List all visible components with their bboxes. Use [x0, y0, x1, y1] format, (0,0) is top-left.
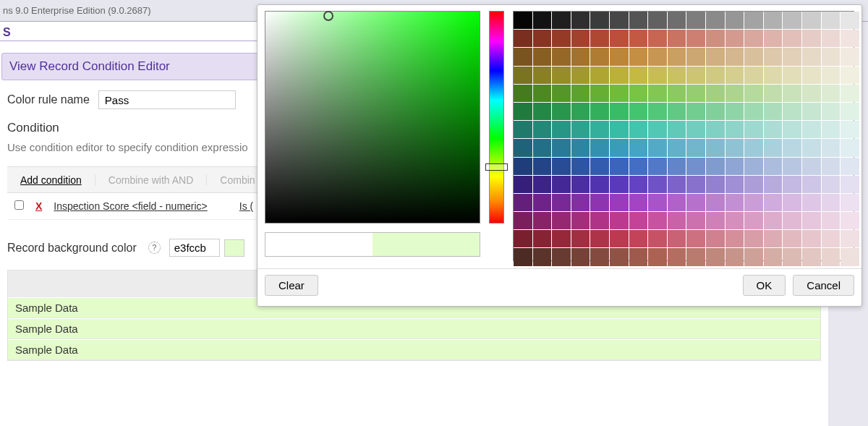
palette-cell[interactable] [571, 158, 590, 175]
palette-cell[interactable] [706, 12, 725, 29]
palette-cell[interactable] [822, 212, 841, 229]
palette-cell[interactable] [533, 212, 552, 229]
palette-cell[interactable] [648, 248, 667, 265]
palette-cell[interactable] [668, 176, 686, 193]
palette-cell[interactable] [726, 67, 744, 84]
palette-cell[interactable] [744, 12, 763, 29]
rule-name-input[interactable] [98, 90, 236, 109]
palette-cell[interactable] [726, 139, 744, 156]
palette-cell[interactable] [571, 30, 590, 47]
palette-cell[interactable] [610, 67, 629, 84]
palette-cell[interactable] [686, 176, 705, 193]
palette-cell[interactable] [590, 176, 609, 193]
palette-cell[interactable] [686, 248, 705, 265]
palette-cell[interactable] [629, 121, 648, 138]
bg-color-input[interactable] [169, 239, 220, 257]
palette-cell[interactable] [686, 30, 705, 47]
palette-cell[interactable] [514, 48, 532, 65]
palette-cell[interactable] [744, 248, 763, 265]
palette-cell[interactable] [590, 139, 609, 156]
palette-cell[interactable] [590, 85, 609, 102]
palette-cell[interactable] [841, 85, 859, 102]
palette-cell[interactable] [514, 12, 532, 29]
palette-cell[interactable] [610, 30, 629, 47]
palette-cell[interactable] [648, 212, 667, 229]
palette-cell[interactable] [571, 212, 590, 229]
palette-cell[interactable] [841, 139, 859, 156]
palette-cell[interactable] [783, 103, 801, 120]
palette-cell[interactable] [610, 85, 629, 102]
palette-cell[interactable] [668, 212, 686, 229]
palette-cell[interactable] [629, 158, 648, 175]
palette-cell[interactable] [629, 248, 648, 265]
palette-cell[interactable] [822, 248, 841, 265]
palette-cell[interactable] [610, 248, 629, 265]
palette-cell[interactable] [668, 85, 686, 102]
palette-cell[interactable] [764, 139, 783, 156]
palette-cell[interactable] [514, 230, 532, 247]
hue-thumb[interactable] [485, 163, 508, 171]
palette-cell[interactable] [706, 194, 725, 211]
palette-cell[interactable] [783, 212, 801, 229]
palette-cell[interactable] [802, 103, 821, 120]
palette-cell[interactable] [686, 194, 705, 211]
palette-cell[interactable] [629, 194, 648, 211]
palette-cell[interactable] [610, 230, 629, 247]
palette-cell[interactable] [668, 248, 686, 265]
palette-cell[interactable] [783, 176, 801, 193]
palette-cell[interactable] [744, 139, 763, 156]
palette-cell[interactable] [744, 212, 763, 229]
palette-cell[interactable] [706, 121, 725, 138]
palette-cell[interactable] [706, 248, 725, 265]
palette-cell[interactable] [533, 158, 552, 175]
palette-cell[interactable] [802, 158, 821, 175]
palette-cell[interactable] [571, 48, 590, 65]
palette-cell[interactable] [629, 212, 648, 229]
palette-cell[interactable] [571, 85, 590, 102]
palette-cell[interactable] [822, 103, 841, 120]
palette-cell[interactable] [686, 139, 705, 156]
condition-checkbox[interactable] [14, 200, 24, 210]
palette-cell[interactable] [706, 176, 725, 193]
palette-cell[interactable] [802, 139, 821, 156]
palette-cell[interactable] [744, 67, 763, 84]
palette-cell[interactable] [668, 67, 686, 84]
palette-cell[interactable] [802, 12, 821, 29]
palette-cell[interactable] [629, 176, 648, 193]
palette-cell[interactable] [744, 158, 763, 175]
palette-cell[interactable] [841, 212, 859, 229]
palette-cell[interactable] [552, 139, 571, 156]
palette-cell[interactable] [590, 103, 609, 120]
palette-cell[interactable] [648, 139, 667, 156]
palette-cell[interactable] [783, 248, 801, 265]
palette-cell[interactable] [744, 85, 763, 102]
palette-cell[interactable] [610, 158, 629, 175]
saturation-value-panel[interactable] [265, 11, 480, 223]
palette-cell[interactable] [841, 48, 859, 65]
palette-cell[interactable] [629, 67, 648, 84]
palette-cell[interactable] [822, 194, 841, 211]
palette-cell[interactable] [648, 176, 667, 193]
palette-cell[interactable] [841, 30, 859, 47]
palette-cell[interactable] [744, 121, 763, 138]
palette-cell[interactable] [552, 176, 571, 193]
palette-cell[interactable] [590, 30, 609, 47]
palette-cell[interactable] [726, 12, 744, 29]
palette-cell[interactable] [764, 212, 783, 229]
palette-cell[interactable] [629, 48, 648, 65]
palette-cell[interactable] [706, 103, 725, 120]
palette-cell[interactable] [802, 30, 821, 47]
palette-cell[interactable] [533, 85, 552, 102]
palette-cell[interactable] [822, 30, 841, 47]
palette-cell[interactable] [514, 158, 532, 175]
palette-cell[interactable] [610, 212, 629, 229]
palette-cell[interactable] [822, 85, 841, 102]
palette-cell[interactable] [590, 212, 609, 229]
palette-cell[interactable] [726, 248, 744, 265]
palette-cell[interactable] [648, 121, 667, 138]
palette-cell[interactable] [706, 230, 725, 247]
palette-cell[interactable] [552, 12, 571, 29]
palette-cell[interactable] [552, 230, 571, 247]
palette-cell[interactable] [590, 12, 609, 29]
palette-cell[interactable] [726, 103, 744, 120]
